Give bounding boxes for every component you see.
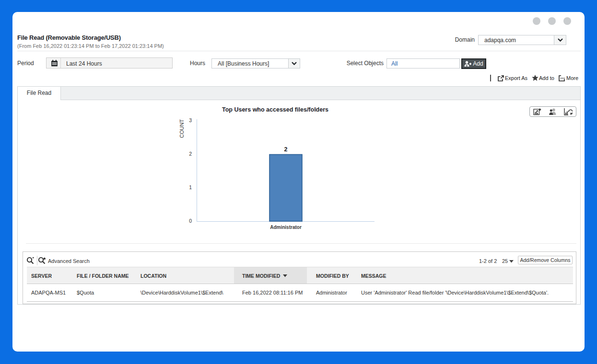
svg-text:3: 3 xyxy=(189,117,192,123)
svg-text:2: 2 xyxy=(284,146,288,153)
svg-text:COUNT: COUNT xyxy=(179,119,185,138)
svg-text:0: 0 xyxy=(189,218,192,224)
svg-text:1: 1 xyxy=(189,184,192,190)
svg-text:2: 2 xyxy=(189,151,192,157)
svg-text:Administrator: Administrator xyxy=(270,225,302,230)
